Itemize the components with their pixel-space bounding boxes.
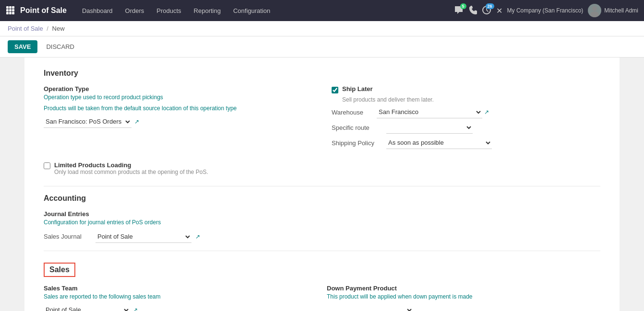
warehouse-row: Warehouse San Francisco ↗ — [332, 106, 600, 118]
action-bar: SAVE DISCARD — [0, 36, 644, 58]
sales-header-wrapper: Sales — [44, 259, 600, 285]
nav-orders[interactable]: Orders — [119, 4, 150, 17]
form-section: Inventory Operation Type Operation type … — [24, 58, 620, 311]
separator-1 — [44, 186, 600, 186]
down-payment-label: Down Payment Product — [327, 285, 600, 292]
breadcrumb-current: New — [52, 25, 65, 32]
clock-badge: 26 — [486, 3, 494, 9]
nav-products[interactable]: Products — [151, 4, 187, 17]
operation-type-group: Operation Type Operation type used to re… — [44, 85, 312, 152]
warehouse-select[interactable]: San Francisco — [377, 106, 482, 118]
shipping-policy-select[interactable]: As soon as possible — [386, 137, 492, 149]
ship-later-checkbox[interactable] — [332, 87, 338, 93]
svg-rect-5 — [12, 9, 14, 12]
chat-badge: 5 — [460, 3, 466, 9]
sales-team-group: Sales Team Sales are reported to the fol… — [44, 285, 317, 311]
journal-entries-desc: Configuration for journal entries of PoS… — [44, 219, 600, 227]
accounting-section-title: Accounting — [44, 194, 600, 203]
separator-2 — [44, 251, 600, 251]
nav-reporting[interactable]: Reporting — [188, 4, 227, 17]
svg-rect-1 — [9, 6, 12, 9]
svg-point-10 — [592, 6, 597, 11]
nav-menu: Dashboard Orders Products Reporting Conf… — [76, 4, 452, 17]
down-payment-desc: This product will be applied when down p… — [327, 293, 600, 301]
sales-section-title: Sales — [44, 263, 75, 277]
svg-rect-2 — [12, 6, 14, 9]
svg-rect-6 — [6, 12, 9, 14]
sales-team-external-link[interactable]: ↗ — [133, 307, 138, 311]
inventory-section-title: Inventory — [44, 69, 600, 78]
operation-type-select-wrapper: San Francisco: PoS Orders ↗ — [44, 115, 312, 128]
user-avatar — [588, 4, 601, 17]
limited-products-checkbox[interactable] — [44, 162, 50, 169]
down-payment-select-wrapper — [327, 304, 600, 311]
inventory-grid: Operation Type Operation type used to re… — [44, 85, 600, 158]
down-payment-select[interactable] — [327, 304, 413, 311]
grid-icon[interactable] — [6, 6, 14, 16]
nav-configuration[interactable]: Configuration — [227, 4, 276, 17]
down-payment-group: Down Payment Product This product will b… — [327, 285, 600, 311]
topnav: Point of Sale Dashboard Orders Products … — [0, 0, 644, 21]
phone-icon[interactable] — [468, 6, 477, 16]
operation-type-select[interactable]: San Francisco: PoS Orders — [44, 115, 131, 128]
svg-rect-4 — [9, 9, 12, 12]
chat-icon-badge[interactable]: 5 — [454, 5, 464, 16]
sales-grid: Sales Team Sales are reported to the fol… — [44, 285, 600, 311]
operation-type-desc2: Products will be taken from the default … — [44, 104, 312, 113]
svg-point-11 — [590, 12, 599, 17]
ship-later-group: Ship Later Sell products and deliver the… — [332, 85, 600, 152]
sales-team-desc: Sales are reported to the following sale… — [44, 293, 317, 301]
operation-type-label: Operation Type — [44, 85, 312, 92]
sales-team-select-wrapper: Point of Sale ↗ — [44, 304, 317, 311]
limited-products-row: Limited Products Loading Only load most … — [44, 161, 600, 178]
sales-team-select[interactable]: Point of Sale — [44, 304, 130, 311]
sales-journal-label: Sales Journal — [44, 233, 92, 240]
specific-route-label: Specific route — [332, 124, 384, 131]
svg-rect-7 — [9, 12, 12, 14]
app-brand[interactable]: Point of Sale — [20, 6, 67, 15]
specific-route-row: Specific route — [332, 121, 600, 134]
operation-type-desc1: Operation type used to record product pi… — [44, 93, 312, 102]
close-icon[interactable]: ✕ — [496, 6, 502, 15]
sales-journal-select[interactable]: Point of Sale — [95, 230, 191, 243]
ship-later-row: Ship Later — [332, 85, 600, 93]
limited-products-info: Limited Products Loading Only load most … — [54, 161, 208, 178]
topnav-right: 5 26 ✕ My Company (San Francisco) Mitche… — [454, 4, 638, 17]
ship-later-label: Ship Later — [342, 85, 373, 92]
limited-products-label: Limited Products Loading — [54, 161, 208, 169]
journal-row: Sales Journal Point of Sale ↗ — [44, 230, 600, 243]
clock-icon-badge[interactable]: 26 — [482, 5, 491, 16]
breadcrumb: Point of Sale / New — [0, 21, 644, 36]
shipping-policy-row: Shipping Policy As soon as possible — [332, 137, 600, 149]
specific-route-select[interactable] — [386, 121, 473, 134]
ship-later-desc: Sell products and deliver them later. — [342, 96, 600, 103]
main-content: Inventory Operation Type Operation type … — [0, 58, 644, 311]
svg-rect-8 — [12, 12, 14, 14]
user-name: Mitchell Admi — [604, 7, 638, 14]
discard-button[interactable]: DISCARD — [41, 40, 79, 53]
sales-team-label: Sales Team — [44, 285, 317, 292]
warehouse-label: Warehouse — [332, 109, 375, 116]
save-button[interactable]: SAVE — [8, 40, 37, 53]
limited-products-desc: Only load most common products at the op… — [54, 169, 208, 175]
operation-type-external-link[interactable]: ↗ — [134, 118, 139, 125]
user-menu[interactable]: Mitchell Admi — [588, 4, 638, 17]
warehouse-external-link[interactable]: ↗ — [484, 109, 489, 115]
svg-rect-0 — [6, 6, 9, 9]
sales-journal-external-link[interactable]: ↗ — [195, 233, 200, 240]
accounting-section: Journal Entries Configuration for journa… — [44, 210, 600, 243]
nav-dashboard[interactable]: Dashboard — [76, 4, 119, 17]
shipping-policy-label: Shipping Policy — [332, 139, 384, 147]
company-name: My Company (San Francisco) — [507, 7, 584, 14]
svg-rect-3 — [6, 9, 9, 12]
journal-entries-label: Journal Entries — [44, 210, 600, 218]
breadcrumb-parent[interactable]: Point of Sale — [8, 25, 43, 32]
breadcrumb-sep: / — [47, 25, 48, 32]
